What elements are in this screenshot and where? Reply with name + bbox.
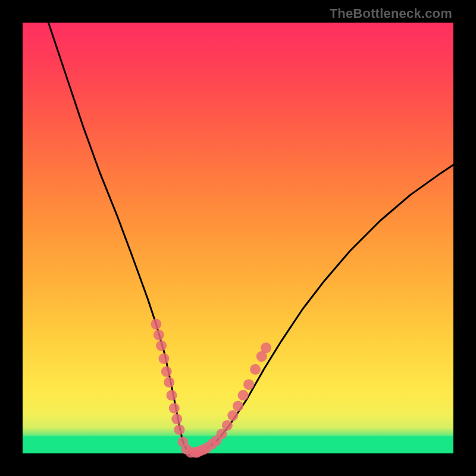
marker-dot	[159, 353, 170, 364]
marker-dot	[167, 390, 177, 400]
marker-dot	[227, 410, 238, 421]
marker-dot	[222, 420, 233, 431]
marker-dot	[238, 390, 249, 400]
marker-dot	[161, 366, 172, 377]
curve-layer	[23, 23, 453, 453]
marker-dot	[243, 379, 254, 390]
marker-dot	[174, 424, 185, 435]
marker-dot	[169, 403, 180, 414]
chart-frame: TheBottleneck.com	[0, 0, 476, 476]
marker-dot	[154, 330, 164, 340]
marker-dot	[151, 319, 161, 330]
marker-dot	[261, 343, 271, 353]
marker-dot	[171, 414, 182, 424]
marker-dot	[250, 364, 261, 375]
marker-dot	[233, 400, 243, 411]
marker-dot	[156, 340, 167, 351]
watermark-text: TheBottleneck.com	[330, 6, 452, 21]
marker-dot	[164, 377, 174, 388]
